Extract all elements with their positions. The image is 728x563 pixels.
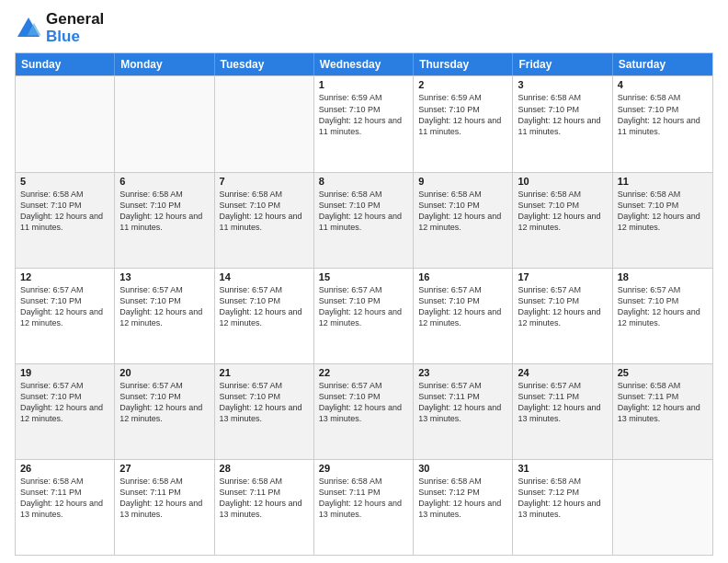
calendar-cell: 18Sunrise: 6:57 AM Sunset: 7:10 PM Dayli… — [613, 269, 712, 363]
calendar-cell — [215, 76, 314, 171]
calendar-cell: 16Sunrise: 6:57 AM Sunset: 7:10 PM Dayli… — [414, 269, 513, 363]
calendar-row-2: 12Sunrise: 6:57 AM Sunset: 7:10 PM Dayli… — [16, 268, 712, 363]
calendar-cell: 25Sunrise: 6:58 AM Sunset: 7:11 PM Dayli… — [613, 364, 712, 459]
day-number: 31 — [518, 463, 607, 474]
calendar-cell: 22Sunrise: 6:57 AM Sunset: 7:10 PM Dayli… — [314, 364, 414, 459]
day-number: 18 — [618, 271, 708, 282]
calendar-cell: 12Sunrise: 6:57 AM Sunset: 7:10 PM Dayli… — [16, 269, 115, 363]
day-number: 25 — [618, 367, 708, 378]
calendar-cell: 3Sunrise: 6:58 AM Sunset: 7:10 PM Daylig… — [513, 76, 612, 171]
calendar-cell: 10Sunrise: 6:58 AM Sunset: 7:10 PM Dayli… — [513, 173, 612, 268]
day-number: 13 — [119, 271, 209, 282]
calendar-cell: 6Sunrise: 6:58 AM Sunset: 7:10 PM Daylig… — [115, 173, 214, 268]
calendar-cell: 5Sunrise: 6:58 AM Sunset: 7:10 PM Daylig… — [16, 173, 115, 268]
cell-info: Sunrise: 6:58 AM Sunset: 7:12 PM Dayligh… — [518, 476, 607, 521]
calendar-cell: 23Sunrise: 6:57 AM Sunset: 7:11 PM Dayli… — [414, 364, 513, 459]
logo-text: General Blue — [46, 11, 104, 45]
cell-info: Sunrise: 6:57 AM Sunset: 7:10 PM Dayligh… — [220, 380, 309, 425]
cell-info: Sunrise: 6:58 AM Sunset: 7:11 PM Dayligh… — [119, 476, 209, 521]
cell-info: Sunrise: 6:57 AM Sunset: 7:10 PM Dayligh… — [319, 284, 408, 329]
calendar-cell: 30Sunrise: 6:58 AM Sunset: 7:12 PM Dayli… — [414, 460, 513, 555]
cell-info: Sunrise: 6:57 AM Sunset: 7:10 PM Dayligh… — [418, 284, 507, 329]
day-number: 3 — [518, 79, 607, 90]
calendar-cell — [613, 460, 712, 555]
cell-info: Sunrise: 6:58 AM Sunset: 7:10 PM Dayligh… — [418, 189, 507, 234]
calendar-cell: 20Sunrise: 6:57 AM Sunset: 7:10 PM Dayli… — [115, 364, 214, 459]
day-number: 15 — [319, 271, 408, 282]
day-number: 16 — [418, 271, 507, 282]
calendar-cell: 2Sunrise: 6:59 AM Sunset: 7:10 PM Daylig… — [414, 76, 513, 171]
calendar-cell: 28Sunrise: 6:58 AM Sunset: 7:11 PM Dayli… — [215, 460, 314, 555]
cell-info: Sunrise: 6:59 AM Sunset: 7:10 PM Dayligh… — [418, 92, 507, 137]
calendar-cell — [16, 76, 115, 171]
cell-info: Sunrise: 6:57 AM Sunset: 7:10 PM Dayligh… — [518, 284, 607, 329]
cell-info: Sunrise: 6:58 AM Sunset: 7:11 PM Dayligh… — [618, 380, 708, 425]
day-number: 5 — [20, 176, 109, 187]
cell-info: Sunrise: 6:57 AM Sunset: 7:10 PM Dayligh… — [220, 284, 309, 329]
cell-info: Sunrise: 6:57 AM Sunset: 7:10 PM Dayligh… — [20, 380, 109, 425]
calendar-cell: 7Sunrise: 6:58 AM Sunset: 7:10 PM Daylig… — [215, 173, 314, 268]
cell-info: Sunrise: 6:58 AM Sunset: 7:10 PM Dayligh… — [618, 189, 708, 234]
day-number: 4 — [618, 79, 708, 90]
weekday-header-sunday: Sunday — [16, 53, 115, 75]
calendar-row-4: 26Sunrise: 6:58 AM Sunset: 7:11 PM Dayli… — [16, 459, 712, 555]
weekday-header-monday: Monday — [115, 53, 214, 75]
weekday-header-saturday: Saturday — [613, 53, 712, 75]
day-number: 27 — [119, 463, 209, 474]
cell-info: Sunrise: 6:57 AM Sunset: 7:10 PM Dayligh… — [119, 380, 209, 425]
cell-info: Sunrise: 6:57 AM Sunset: 7:10 PM Dayligh… — [319, 380, 408, 425]
cell-info: Sunrise: 6:58 AM Sunset: 7:10 PM Dayligh… — [518, 189, 607, 234]
day-number: 24 — [518, 367, 607, 378]
weekday-header-friday: Friday — [513, 53, 612, 75]
calendar-row-1: 5Sunrise: 6:58 AM Sunset: 7:10 PM Daylig… — [16, 172, 712, 268]
cell-info: Sunrise: 6:58 AM Sunset: 7:11 PM Dayligh… — [20, 476, 109, 521]
page: General Blue SundayMondayTuesdayWednesda… — [0, 0, 728, 563]
day-number: 11 — [618, 176, 708, 187]
day-number: 2 — [418, 79, 507, 90]
calendar-header: SundayMondayTuesdayWednesdayThursdayFrid… — [16, 53, 712, 75]
cell-info: Sunrise: 6:58 AM Sunset: 7:10 PM Dayligh… — [518, 92, 607, 137]
calendar-cell: 29Sunrise: 6:58 AM Sunset: 7:11 PM Dayli… — [314, 460, 414, 555]
day-number: 29 — [319, 463, 408, 474]
calendar-cell: 26Sunrise: 6:58 AM Sunset: 7:11 PM Dayli… — [16, 460, 115, 555]
cell-info: Sunrise: 6:57 AM Sunset: 7:10 PM Dayligh… — [20, 284, 109, 329]
cell-info: Sunrise: 6:58 AM Sunset: 7:10 PM Dayligh… — [119, 189, 209, 234]
weekday-header-tuesday: Tuesday — [215, 53, 314, 75]
calendar-cell: 27Sunrise: 6:58 AM Sunset: 7:11 PM Dayli… — [115, 460, 214, 555]
day-number: 7 — [220, 176, 309, 187]
cell-info: Sunrise: 6:58 AM Sunset: 7:10 PM Dayligh… — [220, 189, 309, 234]
cell-info: Sunrise: 6:58 AM Sunset: 7:11 PM Dayligh… — [220, 476, 309, 521]
calendar-cell: 17Sunrise: 6:57 AM Sunset: 7:10 PM Dayli… — [513, 269, 612, 363]
day-number: 20 — [119, 367, 209, 378]
day-number: 14 — [220, 271, 309, 282]
calendar-cell — [115, 76, 214, 171]
weekday-header-wednesday: Wednesday — [314, 53, 414, 75]
cell-info: Sunrise: 6:58 AM Sunset: 7:10 PM Dayligh… — [319, 189, 408, 234]
day-number: 12 — [20, 271, 109, 282]
day-number: 19 — [20, 367, 109, 378]
calendar-cell: 14Sunrise: 6:57 AM Sunset: 7:10 PM Dayli… — [215, 269, 314, 363]
calendar-cell: 9Sunrise: 6:58 AM Sunset: 7:10 PM Daylig… — [414, 173, 513, 268]
cell-info: Sunrise: 6:57 AM Sunset: 7:10 PM Dayligh… — [119, 284, 209, 329]
calendar-cell: 8Sunrise: 6:58 AM Sunset: 7:10 PM Daylig… — [314, 173, 414, 268]
cell-info: Sunrise: 6:58 AM Sunset: 7:10 PM Dayligh… — [20, 189, 109, 234]
day-number: 8 — [319, 176, 408, 187]
cell-info: Sunrise: 6:58 AM Sunset: 7:11 PM Dayligh… — [319, 476, 408, 521]
cell-info: Sunrise: 6:57 AM Sunset: 7:10 PM Dayligh… — [618, 284, 708, 329]
calendar-cell: 15Sunrise: 6:57 AM Sunset: 7:10 PM Dayli… — [314, 269, 414, 363]
calendar-cell: 1Sunrise: 6:59 AM Sunset: 7:10 PM Daylig… — [314, 76, 414, 171]
calendar-body: 1Sunrise: 6:59 AM Sunset: 7:10 PM Daylig… — [16, 75, 712, 555]
cell-info: Sunrise: 6:59 AM Sunset: 7:10 PM Dayligh… — [319, 92, 408, 137]
day-number: 30 — [418, 463, 507, 474]
calendar-cell: 21Sunrise: 6:57 AM Sunset: 7:10 PM Dayli… — [215, 364, 314, 459]
header: General Blue — [15, 11, 713, 45]
weekday-header-thursday: Thursday — [414, 53, 513, 75]
cell-info: Sunrise: 6:58 AM Sunset: 7:10 PM Dayligh… — [618, 92, 708, 137]
day-number: 21 — [220, 367, 309, 378]
calendar-cell: 19Sunrise: 6:57 AM Sunset: 7:10 PM Dayli… — [16, 364, 115, 459]
logo-icon — [15, 15, 42, 42]
day-number: 22 — [319, 367, 408, 378]
calendar: SundayMondayTuesdayWednesdayThursdayFrid… — [15, 52, 713, 556]
day-number: 23 — [418, 367, 507, 378]
calendar-row-3: 19Sunrise: 6:57 AM Sunset: 7:10 PM Dayli… — [16, 363, 712, 459]
